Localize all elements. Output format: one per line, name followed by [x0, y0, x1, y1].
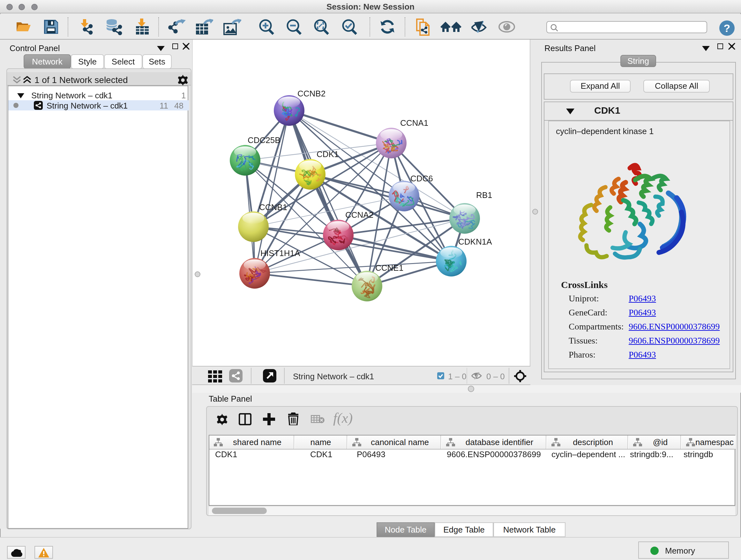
svg-text:CCNB1: CCNB1 [259, 202, 287, 212]
svg-text:RB1: RB1 [476, 190, 492, 200]
svg-text:HIST1H1A: HIST1H1A [260, 248, 300, 258]
svg-text:CDC6: CDC6 [410, 174, 433, 183]
svg-text:CCNA2: CCNA2 [345, 210, 374, 220]
svg-text:CCNB2: CCNB2 [297, 89, 326, 98]
svg-text:CDK1: CDK1 [317, 149, 339, 159]
svg-text:?: ? [724, 22, 731, 34]
svg-text:CDC25B: CDC25B [248, 135, 280, 145]
svg-text:CDKN1A: CDKN1A [458, 237, 492, 246]
svg-text:CCNE1: CCNE1 [375, 263, 403, 273]
svg-text:CCNA1: CCNA1 [400, 118, 428, 128]
